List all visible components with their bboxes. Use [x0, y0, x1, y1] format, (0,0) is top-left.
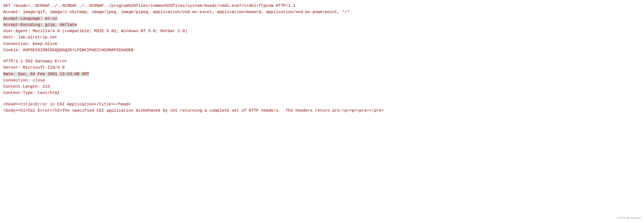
response-line-3-highlighted: Date: Sun, 04 Feb 2001 13:53:08 GMT	[3, 72, 89, 77]
request-line-3-highlighted: Accept-Language: en-us	[3, 16, 57, 21]
response-line-3: Date: Sun, 04 Feb 2001 13:53:08 GMT	[3, 71, 641, 77]
response-line-2: Server: Microsoft-IIS/4.0	[3, 65, 641, 71]
request-line-6: Host: lab.wiretrip.net	[3, 34, 641, 41]
request-line-3: Accept-Language: en-us	[3, 16, 641, 22]
response-line-1: HTTP/1.1 502 Gateway Error	[3, 58, 641, 65]
response-line-6: Content-Type: text/html	[3, 90, 641, 96]
request-line-1: GET /msadc/..%C0%AF../..%C0%AF../..%C0%A…	[3, 3, 641, 9]
html-line-2: <body><h1>CGI Error</h1>The specified CG…	[3, 108, 641, 114]
request-line-4: Accept-Encoding: gzip, deflate	[3, 22, 641, 28]
request-line-7: Connection: Keep-Alive	[3, 41, 641, 47]
html-block: <head><title>Error in CGI Application</t…	[3, 101, 641, 114]
request-line-5: User-Agent: Mozilla/4.0 (compatible; MSI…	[3, 28, 641, 34]
request-line-8: Cookie: ASPSESSIONIDGQQGGQZK=LPGNFIPAECC…	[3, 47, 641, 53]
watermark: CSDN @yabolbas	[617, 216, 641, 220]
response-line-5: Content-Length: 215	[3, 84, 641, 90]
request-line-2: Accept: image/gif, image/x-xbitmap, imag…	[3, 9, 641, 15]
request-block: GET /msadc/..%C0%AF../..%C0%AF../..%C0%A…	[3, 3, 641, 53]
request-line-4-highlighted: Accept-Encoding: gzip, deflate	[3, 23, 77, 27]
response-line-4: Connection: close	[3, 77, 641, 84]
html-line-1: <head><title>Error in CGI Application</t…	[3, 101, 641, 108]
response-block: HTTP/1.1 502 Gateway Error Server: Micro…	[3, 58, 641, 96]
content-area: GET /msadc/..%C0%AF../..%C0%AF../..%C0%A…	[3, 3, 641, 223]
